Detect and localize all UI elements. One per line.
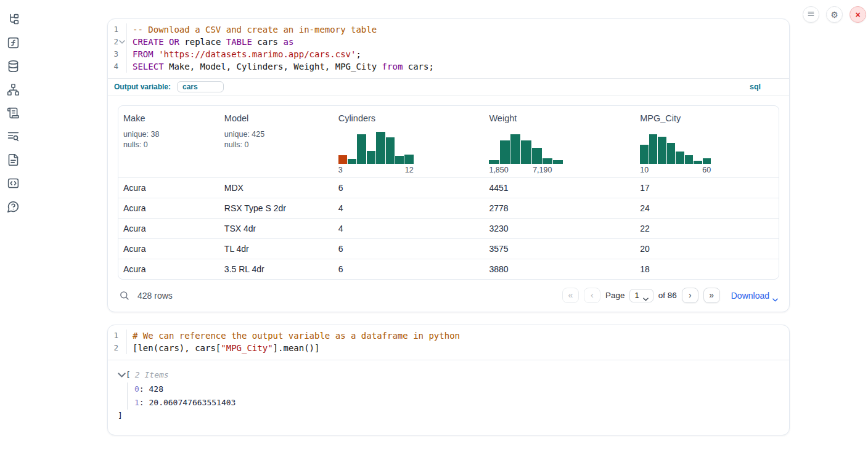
histogram-bar[interactable] — [685, 155, 694, 164]
code-text: SELECT Make, Model, Cylinders, Weight, M… — [127, 60, 434, 73]
data-table: Makeunique: 38nulls: 0Modelunique: 425nu… — [118, 105, 779, 280]
sidebar-item-help[interactable] — [7, 200, 20, 213]
sql-code-editor[interactable]: 1-- Download a CSV and create an in-memo… — [108, 19, 789, 78]
output-variable-row: Output variable: cars sql — [108, 78, 789, 95]
page-select[interactable]: 1 — [629, 289, 653, 302]
table-cell: Acura — [118, 203, 219, 213]
histogram-bar[interactable] — [489, 160, 499, 164]
histogram-bar[interactable] — [510, 134, 520, 164]
line-number: 2 — [113, 36, 118, 48]
language-badge: sql — [750, 83, 761, 91]
histogram-bar[interactable] — [500, 140, 510, 164]
table-header: Makeunique: 38nulls: 0Modelunique: 425nu… — [118, 106, 779, 177]
sidebar-item-search[interactable] — [7, 129, 20, 143]
sidebar-item-network[interactable] — [7, 83, 20, 96]
histogram-axis-labels: 1060 — [640, 166, 711, 174]
settings-button[interactable]: ⚙ — [826, 6, 843, 23]
histogram-bar[interactable] — [553, 160, 563, 164]
item-colon: : — [139, 384, 149, 394]
tree-items: 0: 4281: 20.060747663551403 — [127, 382, 779, 410]
table-row[interactable]: Acura3.5 RL 4dr6388018 — [118, 259, 779, 279]
histogram-bar[interactable] — [703, 158, 711, 164]
sidebar-item-file-tree[interactable] — [7, 12, 20, 26]
bracket-open: [ — [126, 369, 131, 381]
close-button[interactable]: × — [850, 6, 866, 23]
column-name: Make — [123, 113, 215, 123]
table-row[interactable]: AcuraTSX 4dr4323022 — [118, 218, 779, 238]
table-row[interactable]: AcuraRSX Type S 2dr4277824 — [118, 198, 779, 218]
sidebar-item-snippets[interactable] — [7, 176, 20, 190]
histogram-bars — [489, 132, 563, 164]
column-header-Model[interactable]: Modelunique: 425nulls: 0 — [219, 106, 334, 177]
output-variable-label: Output variable: — [114, 83, 171, 91]
table-row[interactable]: AcuraMDX6445117 — [118, 177, 779, 198]
histogram-bar[interactable] — [357, 134, 366, 164]
chevron-down-icon — [772, 294, 778, 297]
page-select-value: 1 — [634, 291, 639, 300]
histogram-bar[interactable] — [338, 155, 347, 164]
column-header-MPG_City[interactable]: MPG_City1060 — [635, 106, 779, 177]
table-cell: RSX Type S 2dr — [219, 203, 334, 213]
line-number: 1 — [113, 330, 118, 342]
table-cell: 6 — [334, 183, 485, 193]
fold-spacer — [119, 26, 125, 33]
table-footer: 428 rows « ‹ Page 1 of 86 › » — [118, 288, 779, 303]
table-cell: 4 — [334, 224, 485, 233]
menu-icon — [807, 10, 815, 20]
pagination: « ‹ Page 1 of 86 › » — [562, 288, 720, 303]
histogram-bar[interactable] — [640, 145, 649, 164]
chevron-down-icon — [643, 294, 649, 297]
sidebar-item-database[interactable] — [7, 59, 20, 73]
column-header-Make[interactable]: Makeunique: 38nulls: 0 — [118, 106, 219, 177]
sidebar-item-scroll[interactable] — [7, 106, 20, 119]
column-stat: nulls: 0 — [224, 140, 329, 150]
app-window: ⚙ × 1-- Download a CSV and create an in-… — [0, 0, 868, 449]
menu-button[interactable] — [803, 6, 819, 23]
code-text: # We can reference the output variable a… — [127, 330, 460, 342]
histogram-bar[interactable] — [376, 132, 385, 164]
output-variable-input[interactable]: cars — [177, 81, 224, 92]
histogram-bar[interactable] — [386, 137, 395, 164]
column-header-Weight[interactable]: Weight1,8507,190 — [484, 106, 635, 177]
histogram-bar[interactable] — [532, 148, 542, 164]
column-header-Cylinders[interactable]: Cylinders312 — [334, 106, 485, 177]
histogram-bar[interactable] — [658, 137, 666, 164]
fold-toggle-icon[interactable] — [119, 39, 125, 45]
last-page-button[interactable]: » — [703, 288, 720, 303]
histogram-bar[interactable] — [676, 152, 684, 164]
table-cell: MDX — [219, 183, 334, 193]
item-index: 1 — [134, 398, 139, 407]
histogram-bar[interactable] — [667, 143, 676, 164]
histogram-bar[interactable] — [367, 151, 375, 164]
list-item: 0: 428 — [134, 382, 779, 396]
histogram-bar[interactable] — [348, 159, 356, 164]
histogram-bar[interactable] — [542, 158, 552, 164]
axis-max-label: 12 — [405, 166, 414, 174]
download-button[interactable]: Download — [731, 291, 778, 301]
column-stats: unique: 425nulls: 0 — [224, 129, 329, 150]
scroll-icon — [7, 107, 20, 119]
first-page-button[interactable]: « — [562, 288, 579, 303]
next-page-button[interactable]: › — [682, 288, 698, 303]
sidebar-item-document[interactable] — [7, 153, 20, 166]
table-cell: 24 — [635, 203, 779, 213]
prev-page-button[interactable]: ‹ — [584, 288, 600, 303]
table-cell: 3230 — [484, 224, 635, 233]
histogram-bar[interactable] — [395, 156, 404, 164]
python-code-editor[interactable]: 1# We can reference the output variable … — [108, 325, 789, 360]
fold-spacer — [119, 51, 125, 57]
function-icon — [7, 36, 20, 49]
histogram-bar[interactable] — [404, 155, 413, 164]
histogram-bar[interactable] — [649, 134, 658, 164]
histogram-bar[interactable] — [521, 140, 531, 164]
collapse-toggle-icon[interactable] — [118, 373, 126, 378]
code-text: [len(cars), cars["MPG_City"].mean()] — [127, 342, 319, 354]
code-line: 1# We can reference the output variable … — [108, 330, 789, 342]
table-row[interactable]: AcuraTL 4dr6357520 — [118, 238, 779, 259]
column-name: Model — [224, 113, 329, 123]
tree-root: [ 2 Items — [118, 369, 779, 381]
fold-spacer — [119, 63, 125, 70]
sidebar-item-function[interactable] — [7, 36, 20, 49]
histogram-bar[interactable] — [694, 161, 702, 164]
search-icon[interactable] — [119, 290, 129, 301]
